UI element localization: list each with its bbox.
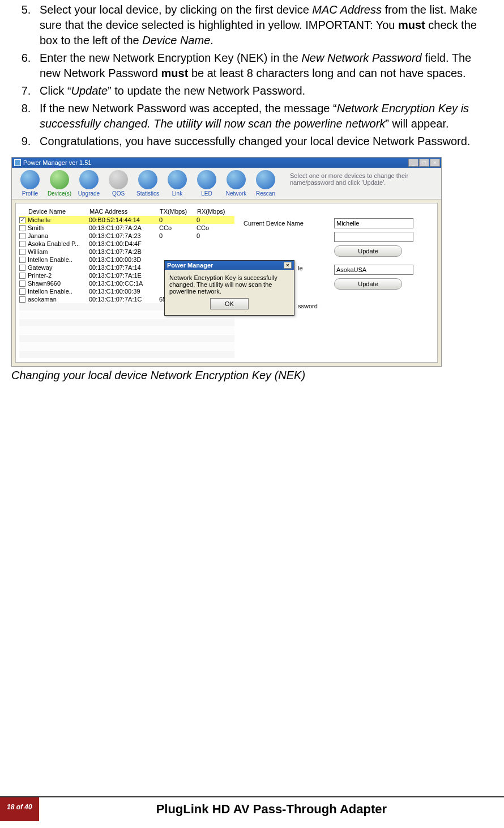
table-row[interactable]: ✓Michelle00:B0:52:14:44:1400 [19,216,234,224]
row-checkbox[interactable] [19,296,25,303]
window-title: Power Manager ver 1.51 [23,159,91,166]
row-checkbox[interactable] [19,273,25,279]
cell-tx: CCo [159,224,197,231]
minimize-button[interactable]: _ [408,159,418,167]
row-checkbox[interactable] [19,225,25,231]
row-checkbox[interactable] [19,281,25,287]
step-8: If the new Network Password was accepted… [34,101,493,131]
step-6-must: must [161,67,189,79]
col-rx: RX(Mbps) [197,208,231,215]
step-6-text-c: be at least 8 characters long and can no… [188,67,465,79]
row-checkbox[interactable] [19,288,25,295]
step-8-text-b: ” will appear. [385,117,449,130]
toolbar-upgrade-label: Upgrade [78,190,100,197]
row-checkbox[interactable] [19,233,25,239]
close-button[interactable]: × [430,159,440,167]
cell-mac: 00:13:C1:07:7A:23 [89,232,159,239]
toolbar-qos-label: QOS [112,190,125,197]
cell-mac: 00:13:C1:00:CC:1A [89,280,159,287]
dialog-close-button[interactable]: × [284,262,292,269]
toolbar-link[interactable]: Link [163,170,192,197]
table-row[interactable]: Smith00:13:C1:07:7A:2ACCoCCo [19,224,234,232]
toolbar-profile-label: Profile [22,190,38,197]
led-icon [197,170,216,189]
dialog-body: Network Encryption Key is successfully c… [165,270,294,315]
toolbar-rescan[interactable]: Rescan [251,170,280,197]
new-device-name-input[interactable] [334,232,413,242]
screenshot-caption: Changing your local device Network Encry… [11,369,493,382]
row-checkbox[interactable] [19,265,25,271]
toolbar-rescan-label: Rescan [256,190,275,197]
row-checkbox[interactable] [19,249,25,255]
maximize-button[interactable]: □ [419,159,429,167]
step-8-text-a: If the new Network Password was accepted… [40,102,337,114]
table-row[interactable]: William00:13:C1:07:7A:2B [19,248,234,256]
step-5-must: must [398,19,425,31]
cell-mac: 00:13:C1:00:00:3D [89,256,159,263]
cell-mac: 00:13:C1:07:7A:1C [89,296,159,303]
step-6-text-a: Enter the new Network Encryption Key (NE… [40,52,301,64]
update-password-button[interactable]: Update [334,278,402,290]
cell-mac: 00:13:C1:00:D4:4F [89,240,159,247]
toolbar-devices[interactable]: Device(s) [45,170,74,197]
network-password-input[interactable]: AsokaUSA [334,265,413,275]
cell-device-name: Intellon Enable.. [28,256,89,263]
upgrade-icon [79,170,99,189]
cell-rx: CCo [197,224,230,231]
toolbar-led-label: LED [201,190,212,197]
current-device-name-value: Michelle [334,218,413,228]
row-checkbox[interactable] [19,257,25,263]
table-row[interactable]: Asoka Enabled P...00:13:C1:00:D4:4F [19,240,234,248]
step-5-text-a: Select your local device, by clicking on… [40,3,312,16]
cell-tx: 0 [159,216,197,223]
dialog-message: Network Encryption Key is successfully c… [169,274,277,295]
step-7-update: Update [71,84,108,97]
stray-text-ssword: ssword [298,303,318,309]
cell-device-name: Smith [28,224,89,231]
toolbar-statistics[interactable]: Statistics [133,170,163,197]
toolbar-network-label: Network [226,190,247,197]
col-mac-address: MAC Address [89,208,160,215]
devices-icon [50,170,69,189]
row-checkbox[interactable] [19,241,25,247]
footer-title: PlugLink HD AV Pass-Through Adapter [39,797,504,821]
toolbar-network[interactable]: Network [221,170,251,197]
cell-device-name: Janana [28,232,89,239]
current-device-name-label: Current Device Name [244,220,334,227]
step-6-newp: New Network Password [301,52,421,64]
cell-mac: 00:13:C1:07:7A:2A [89,224,159,231]
window-titlebar: Power Manager ver 1.51 _ □ × [12,158,441,168]
stray-text-le: le [298,265,303,271]
update-name-button[interactable]: Update [334,245,402,257]
hint-text: Select one or more devices to change the… [290,172,434,186]
row-checkbox[interactable]: ✓ [19,217,25,223]
cell-rx: 0 [197,216,230,223]
table-row[interactable]: Janana00:13:C1:07:7A:2300 [19,232,234,240]
step-5: Select your local device, by clicking on… [34,2,493,48]
cell-device-name: William [28,248,89,255]
col-device-name: Device Name [28,208,89,215]
link-icon [168,170,187,189]
confirmation-dialog: Power Manager × Network Encryption Key i… [164,260,294,316]
qos-icon [109,170,128,189]
step-7: Click “Update” to update the new Network… [34,83,493,99]
toolbar-profile[interactable]: Profile [15,170,45,197]
dialog-title: Power Manager [167,262,213,269]
instruction-list: Select your local device, by clicking on… [34,2,493,149]
cell-mac: 00:13:C1:00:00:39 [89,288,159,295]
col-tx: TX(Mbps) [160,208,197,215]
toolbar-upgrade[interactable]: Upgrade [74,170,104,197]
toolbar-qos[interactable]: QOS [104,170,133,197]
page-footer: 18 of 40 PlugLink HD AV Pass-Through Ada… [0,796,504,821]
toolbar-led[interactable]: LED [192,170,221,197]
cell-mac: 00:B0:52:14:44:14 [89,216,159,223]
toolbar-statistics-label: Statistics [136,190,159,197]
cell-mac: 00:13:C1:07:7A:1E [89,272,159,279]
toolbar-link-label: Link [172,190,182,197]
profile-icon [20,170,40,189]
cell-device-name: Printer-2 [28,272,89,279]
step-7-text-a: Click “ [40,84,71,97]
dialog-ok-button[interactable]: OK [210,298,249,309]
app-icon [14,159,21,166]
cell-mac: 00:13:C1:07:7A:14 [89,264,159,271]
